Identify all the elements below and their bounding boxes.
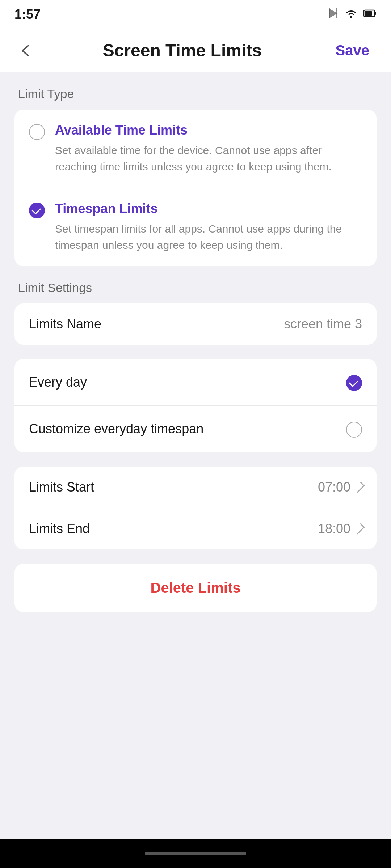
timespan-title: Timespan Limits — [55, 201, 362, 216]
limits-name-row[interactable]: Limits Name screen time 3 — [14, 303, 377, 345]
limit-type-card: Available Time Limits Set available time… — [14, 110, 377, 266]
limits-end-chevron-icon — [353, 523, 365, 534]
play-store-icon — [327, 8, 339, 22]
limits-end-value-wrapper: 18:00 — [318, 521, 362, 536]
limits-end-label: Limits End — [29, 521, 90, 536]
every-day-label: Every day — [29, 375, 87, 390]
wifi-icon — [345, 8, 358, 21]
limits-name-card: Limits Name screen time 3 — [14, 303, 377, 345]
svg-rect-6 — [365, 11, 372, 16]
limit-settings-section-label: Limit Settings — [18, 281, 377, 295]
status-bar: 1:57 — [0, 0, 391, 29]
available-time-content: Available Time Limits Set available time… — [55, 123, 362, 175]
back-button[interactable] — [14, 40, 36, 61]
limit-type-section-label: Limit Type — [18, 87, 377, 101]
customize-timespan-item[interactable]: Customize everyday timespan — [14, 405, 377, 452]
status-time: 1:57 — [14, 7, 41, 22]
nav-bar — [0, 839, 391, 868]
available-time-radio[interactable] — [29, 124, 45, 140]
app-bar: Screen Time Limits Save — [0, 29, 391, 72]
available-time-desc: Set available time for the device. Canno… — [55, 142, 362, 175]
available-time-title: Available Time Limits — [55, 123, 362, 138]
main-content: Limit Type Available Time Limits Set ava… — [0, 72, 391, 641]
customize-timespan-label: Customize everyday timespan — [29, 421, 203, 437]
delete-card: Delete Limits — [14, 564, 377, 612]
available-time-option[interactable]: Available Time Limits Set available time… — [14, 110, 377, 188]
limits-end-row[interactable]: Limits End 18:00 — [14, 508, 377, 549]
every-day-radio[interactable] — [346, 375, 362, 391]
limits-start-chevron-icon — [353, 481, 365, 493]
svg-rect-5 — [375, 12, 376, 15]
save-button[interactable]: Save — [328, 39, 377, 62]
limits-start-label: Limits Start — [29, 480, 94, 495]
nav-indicator — [145, 852, 246, 855]
limits-start-value: 07:00 — [318, 480, 350, 495]
limits-start-value-wrapper: 07:00 — [318, 480, 362, 495]
schedule-card: Every day Customize everyday timespan — [14, 359, 377, 452]
timespan-content: Timespan Limits Set timespan limits for … — [55, 201, 362, 253]
limits-name-label: Limits Name — [29, 316, 101, 332]
limits-end-value: 18:00 — [318, 521, 350, 536]
limits-start-row[interactable]: Limits Start 07:00 — [14, 467, 377, 508]
customize-timespan-radio[interactable] — [346, 422, 362, 438]
limits-name-value: screen time 3 — [284, 316, 362, 332]
timespan-radio[interactable] — [29, 203, 45, 218]
status-icons — [327, 8, 377, 22]
svg-point-3 — [350, 16, 352, 18]
battery-icon — [363, 8, 377, 21]
timespan-option[interactable]: Timespan Limits Set timespan limits for … — [14, 188, 377, 266]
svg-rect-2 — [336, 8, 337, 18]
svg-rect-1 — [329, 8, 330, 18]
timespan-desc: Set timespan limits for all apps. Cannot… — [55, 221, 362, 253]
delete-limits-button[interactable]: Delete Limits — [14, 564, 377, 612]
page-title: Screen Time Limits — [36, 41, 328, 60]
time-range-card: Limits Start 07:00 Limits End 18:00 — [14, 467, 377, 549]
every-day-item[interactable]: Every day — [14, 359, 377, 405]
